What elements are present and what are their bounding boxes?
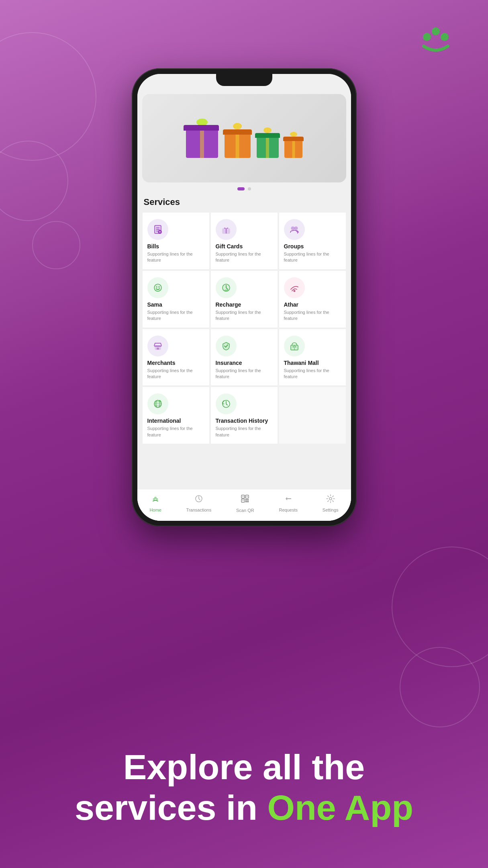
bills-desc: Supporting lines for the feature	[147, 251, 204, 264]
svg-point-14	[154, 284, 161, 291]
requests-icon	[284, 494, 293, 506]
gift-orange-medium	[223, 123, 252, 158]
hero-banner	[142, 94, 346, 182]
nav-home[interactable]: Home	[149, 494, 161, 512]
bills-icon	[152, 224, 163, 235]
svg-rect-43	[243, 496, 243, 497]
international-name: International	[147, 418, 181, 424]
svg-point-33	[153, 498, 155, 500]
nav-scan-qr-label: Scan QR	[236, 508, 254, 513]
sama-icon-circle	[147, 277, 168, 298]
phone-outer-frame: Services	[132, 68, 357, 526]
groups-desc: Supporting lines for the feature	[284, 251, 341, 264]
carousel-dot-inactive[interactable]	[248, 187, 251, 190]
gift-cards-name: Gift Cards	[216, 243, 243, 250]
svg-point-26	[292, 346, 294, 347]
home-icon	[151, 494, 160, 506]
insurance-icon	[221, 340, 232, 352]
merchants-icon-circle	[147, 336, 168, 356]
gift-green	[255, 127, 280, 158]
transaction-history-desc: Supporting lines for the feature	[216, 426, 273, 438]
transaction-history-icon	[221, 398, 232, 409]
merchants-name: Merchants	[147, 360, 176, 366]
svg-rect-39	[245, 499, 247, 501]
thawani-mall-desc: Supporting lines for the feature	[284, 368, 341, 380]
services-grid: Bills Supporting lines for the feature	[142, 212, 346, 444]
international-icon-circle	[147, 393, 168, 414]
phone-mockup: Services	[132, 68, 357, 526]
sama-icon	[152, 282, 163, 293]
gift-cards-desc: Supporting lines for the feature	[216, 251, 273, 264]
footer-text: Explore all the services in One App	[63, 747, 425, 828]
service-item-merchants[interactable]: Merchants Supporting lines for the featu…	[142, 329, 210, 386]
bills-name: Bills	[147, 243, 159, 250]
svg-point-27	[295, 346, 296, 347]
merchants-icon	[152, 340, 163, 352]
bills-icon-circle	[147, 219, 168, 240]
gift-cards-icon	[221, 224, 232, 235]
international-desc: Supporting lines for the feature	[147, 426, 204, 438]
groups-icon-circle	[284, 219, 305, 240]
settings-icon	[326, 494, 335, 506]
international-icon	[152, 398, 163, 409]
svg-point-16	[158, 286, 159, 287]
service-item-groups[interactable]: Groups Supporting lines for the feature	[279, 212, 346, 270]
svg-rect-42	[247, 501, 249, 503]
carousel-dot-active[interactable]	[237, 187, 245, 190]
svg-rect-44	[247, 496, 247, 497]
nav-home-label: Home	[149, 508, 161, 512]
svg-point-13	[294, 227, 298, 230]
service-item-thawani-mall[interactable]: Thawani Mall Supporting lines for the fe…	[279, 329, 346, 386]
app-screen: Services	[137, 74, 351, 521]
service-item-international[interactable]: International Supporting lines for the f…	[142, 387, 210, 444]
footer-line1: Explore all the	[63, 747, 425, 787]
recharge-desc: Supporting lines for the feature	[216, 309, 273, 322]
service-item-recharge[interactable]: Recharge Supporting lines for the featur…	[210, 270, 278, 328]
nav-settings[interactable]: Settings	[323, 494, 339, 512]
sama-name: Sama	[147, 301, 162, 308]
recharge-icon-circle	[216, 277, 237, 298]
svg-rect-23	[157, 348, 159, 350]
recharge-name: Recharge	[216, 301, 241, 308]
service-item-sama[interactable]: Sama Supporting lines for the feature	[142, 270, 210, 328]
nav-scan-qr[interactable]: Scan QR	[236, 493, 254, 513]
bottom-navigation: Home Transactions	[137, 489, 351, 521]
thawani-mall-icon	[289, 340, 300, 352]
nav-transactions[interactable]: Transactions	[186, 494, 212, 512]
nav-requests-label: Requests	[279, 508, 298, 512]
svg-point-21	[293, 290, 295, 292]
athar-desc: Supporting lines for the feature	[284, 309, 341, 322]
svg-point-1	[423, 33, 431, 41]
nav-transactions-label: Transactions	[186, 508, 212, 512]
svg-point-12	[291, 227, 294, 230]
gift-orange-small	[283, 132, 304, 158]
scan-qr-icon	[240, 493, 250, 506]
bg-decoration-5	[400, 647, 480, 727]
insurance-desc: Supporting lines for the feature	[216, 368, 273, 380]
svg-point-2	[441, 33, 449, 41]
groups-icon	[289, 224, 300, 235]
recharge-icon	[221, 282, 232, 293]
phone-screen: Services	[137, 74, 351, 521]
svg-rect-40	[247, 499, 249, 501]
svg-point-34	[156, 498, 158, 500]
thawani-mall-icon-circle	[284, 336, 305, 356]
nav-settings-label: Settings	[323, 508, 339, 512]
svg-point-46	[329, 497, 332, 500]
service-item-athar[interactable]: Athar Supporting lines for the feature	[279, 270, 346, 328]
svg-rect-45	[243, 500, 243, 501]
service-item-gift-cards[interactable]: Gift Cards Supporting lines for the feat…	[210, 212, 278, 270]
gift-purple	[184, 119, 220, 158]
carousel-dots	[137, 182, 351, 194]
gift-boxes-illustration	[184, 119, 304, 158]
phone-notch	[216, 74, 272, 86]
sama-desc: Supporting lines for the feature	[147, 309, 204, 322]
insurance-name: Insurance	[216, 360, 242, 366]
nav-requests[interactable]: Requests	[279, 494, 298, 512]
footer-line2-plain: services in	[75, 788, 267, 827]
services-section: Services	[137, 194, 351, 489]
service-item-transaction-history[interactable]: Transaction History Supporting lines for…	[210, 387, 278, 444]
service-item-insurance[interactable]: Insurance Supporting lines for the featu…	[210, 329, 278, 386]
bg-decoration-4	[392, 547, 488, 667]
service-item-bills[interactable]: Bills Supporting lines for the feature	[142, 212, 210, 270]
